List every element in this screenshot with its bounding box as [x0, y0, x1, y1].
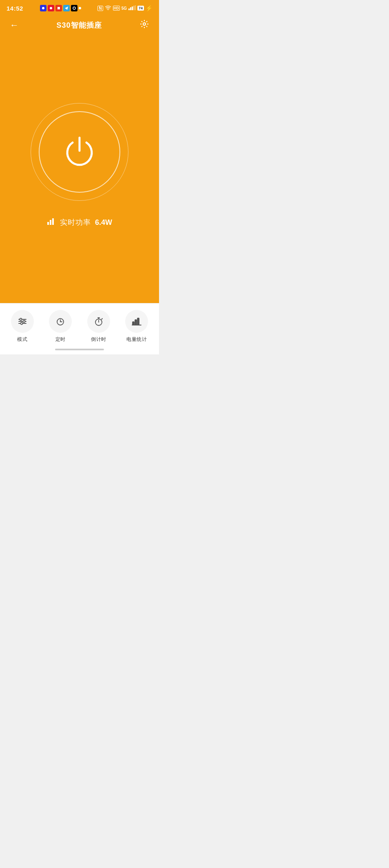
- svg-point-1: [50, 7, 52, 9]
- nav-item-stats[interactable]: 电量统计: [118, 310, 156, 343]
- power-outer-ring: [31, 103, 128, 201]
- stats-label: 电量统计: [126, 336, 147, 343]
- svg-marker-3: [65, 7, 68, 10]
- svg-point-11: [143, 23, 146, 25]
- svg-point-20: [23, 321, 25, 323]
- page-title: S30智能插座: [56, 20, 102, 30]
- status-icons: N HD 5G: [97, 5, 153, 11]
- 5g-icon: 5G: [122, 6, 127, 11]
- battery-level: 74: [137, 6, 144, 11]
- svg-rect-14: [50, 220, 51, 225]
- notification-dot: [79, 7, 81, 9]
- charging-icon: ⚡: [146, 5, 153, 11]
- bottom-nav: 模式 定时: [0, 303, 159, 346]
- mode-label: 模式: [17, 336, 27, 343]
- phone-frame: 14:52 N: [0, 0, 159, 354]
- svg-rect-7: [130, 7, 131, 10]
- power-button[interactable]: [39, 111, 120, 193]
- svg-rect-6: [128, 9, 130, 10]
- main-content: 实时功率 6.4W: [0, 36, 159, 303]
- svg-line-29: [102, 319, 102, 319]
- svg-point-4: [73, 7, 75, 9]
- countdown-label: 倒计时: [91, 336, 106, 343]
- realtime-power-label: 实时功率: [60, 218, 91, 227]
- timer-label: 定时: [55, 336, 66, 343]
- power-bar-icon: [47, 217, 56, 228]
- nfc-icon: N: [97, 6, 103, 11]
- svg-point-21: [20, 323, 22, 325]
- nav-item-countdown[interactable]: 倒计时: [80, 310, 118, 343]
- notification-icons: [40, 5, 81, 11]
- stats-icon-circle: [125, 310, 148, 333]
- svg-rect-10: [135, 5, 136, 10]
- toutiao-icon: [55, 5, 62, 11]
- power-area: 实时功率 6.4W: [31, 44, 128, 295]
- signal-icon: [128, 5, 136, 11]
- svg-point-5: [108, 10, 108, 10]
- svg-rect-15: [52, 218, 54, 225]
- svg-point-0: [42, 7, 44, 9]
- power-info: 实时功率 6.4W: [47, 217, 112, 228]
- timer-icon-circle: [49, 310, 72, 333]
- svg-point-19: [20, 319, 22, 321]
- weibo-icon: [48, 5, 54, 11]
- countdown-icon-circle: [87, 310, 110, 333]
- nav-item-timer[interactable]: 定时: [42, 310, 80, 343]
- svg-rect-31: [135, 320, 137, 325]
- realtime-power-value: 6.4W: [95, 218, 112, 227]
- tiktok-icon: [71, 5, 77, 11]
- settings-button[interactable]: [138, 18, 151, 33]
- telegram-icon: [63, 5, 70, 11]
- bottom-indicator: [0, 346, 159, 354]
- status-time: 14:52: [7, 5, 23, 12]
- svg-rect-32: [137, 318, 139, 325]
- hd-icon: HD: [113, 6, 120, 11]
- svg-rect-13: [47, 222, 49, 225]
- back-button[interactable]: ←: [8, 18, 20, 32]
- baidu-icon: [40, 5, 46, 11]
- status-bar: 14:52 N: [0, 0, 159, 15]
- svg-rect-9: [133, 6, 135, 10]
- nav-item-mode[interactable]: 模式: [3, 310, 42, 343]
- home-indicator-bar: [55, 349, 104, 350]
- mode-icon-circle: [11, 310, 34, 333]
- svg-rect-2: [57, 7, 60, 9]
- svg-rect-8: [132, 7, 133, 10]
- svg-rect-30: [133, 322, 134, 325]
- app-header: ← S30智能插座: [0, 15, 159, 36]
- wifi-icon: [105, 5, 111, 11]
